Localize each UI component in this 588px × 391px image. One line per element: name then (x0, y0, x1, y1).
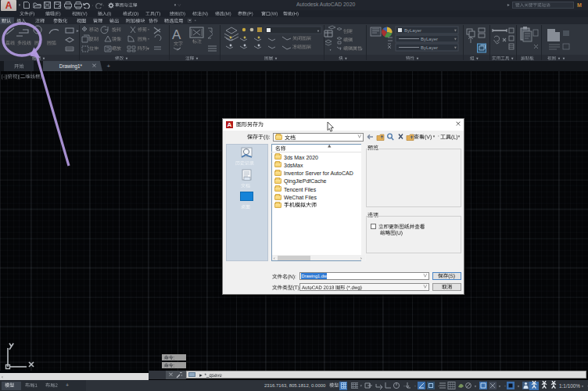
svg-text:ByLayer: ByLayer (404, 28, 421, 33)
svg-text:ByLayer: ByLayer (421, 45, 438, 50)
svg-text:ByLayer: ByLayer (421, 37, 438, 41)
svg-text:1:1/100%: 1:1/100% (559, 383, 580, 389)
svg-text:A: A (172, 27, 181, 42)
